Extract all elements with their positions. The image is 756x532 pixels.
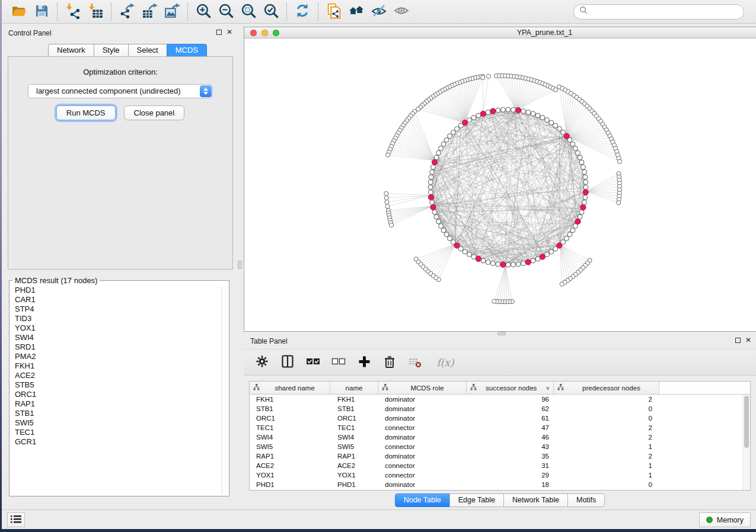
network-node[interactable]	[476, 113, 481, 118]
zoom-fit-button[interactable]	[237, 2, 260, 22]
import-network-button[interactable]	[62, 2, 84, 22]
network-node[interactable]	[553, 123, 558, 128]
network-node[interactable]	[561, 240, 566, 245]
mcds-hub-node[interactable]	[516, 108, 521, 113]
leaf-node[interactable]	[560, 282, 564, 286]
table-row[interactable]: RAP1RAP1dominator352	[250, 451, 750, 461]
mcds-result-item[interactable]: TID3	[15, 314, 229, 323]
network-node[interactable]	[545, 118, 550, 123]
tab-edge-table[interactable]: Edge Table	[449, 493, 504, 507]
mcds-hub-node[interactable]	[525, 259, 531, 265]
network-node[interactable]	[570, 228, 575, 233]
show-hidden-button[interactable]	[390, 2, 413, 22]
network-node[interactable]	[441, 228, 446, 233]
zoom-selected-button[interactable]	[260, 2, 282, 22]
network-node[interactable]	[439, 224, 444, 229]
network-node[interactable]	[545, 252, 550, 257]
table-row[interactable]: STB1STB1dominator620	[250, 404, 750, 414]
network-node[interactable]	[428, 180, 433, 184]
leaf-node[interactable]	[386, 153, 390, 157]
network-node[interactable]	[582, 200, 587, 205]
mcds-result-item[interactable]: STP4	[15, 305, 229, 314]
tab-style[interactable]: Style	[94, 44, 129, 57]
leaf-node[interactable]	[384, 196, 388, 200]
zoom-in-button[interactable]	[192, 2, 215, 22]
leaf-node[interactable]	[385, 204, 390, 209]
show-columns-button[interactable]	[279, 354, 296, 371]
tab-motifs[interactable]: Motifs	[567, 493, 605, 507]
mcds-hub-node[interactable]	[480, 111, 486, 116]
leaf-node[interactable]	[385, 200, 389, 204]
network-node[interactable]	[511, 107, 516, 112]
network-node[interactable]	[439, 146, 444, 151]
float-panel-icon[interactable]	[735, 338, 741, 343]
mcds-list-scrollbar[interactable]	[221, 287, 228, 494]
network-node[interactable]	[467, 252, 472, 257]
mcds-hub-node[interactable]	[490, 108, 496, 114]
export-image-button[interactable]	[161, 2, 183, 22]
mcds-result-item[interactable]: SWI4	[15, 333, 229, 342]
column-header-predecessor-nodes[interactable]: predecessor nodes	[554, 382, 659, 394]
column-header-mcds-role[interactable]: MCDS role	[378, 382, 467, 394]
network-node[interactable]	[526, 110, 531, 115]
network-node[interactable]	[436, 150, 441, 155]
network-node[interactable]	[578, 155, 582, 160]
mcds-hub-node[interactable]	[432, 159, 437, 165]
mcds-result-item[interactable]: ORC1	[15, 390, 229, 399]
network-node[interactable]	[506, 107, 511, 112]
network-node[interactable]	[471, 116, 476, 120]
leaf-node[interactable]	[617, 201, 621, 205]
show-all-networks-button[interactable]	[345, 2, 368, 22]
table-row[interactable]: ORC1ORC1dominator610	[250, 414, 750, 423]
window-zoom-button[interactable]	[273, 30, 279, 36]
open-file-button[interactable]	[8, 2, 30, 22]
mcds-hub-node[interactable]	[429, 195, 434, 200]
network-node[interactable]	[455, 127, 460, 132]
network-node[interactable]	[448, 134, 452, 139]
mcds-result-item[interactable]: YOX1	[15, 323, 229, 333]
network-node[interactable]	[451, 130, 455, 134]
apply-function-button[interactable]: f(x)	[432, 354, 458, 371]
save-session-button[interactable]	[30, 2, 53, 22]
leaf-node[interactable]	[481, 75, 485, 79]
network-node[interactable]	[486, 260, 490, 265]
window-close-button[interactable]	[250, 30, 257, 36]
network-node[interactable]	[458, 123, 463, 128]
network-node[interactable]	[579, 210, 584, 214]
close-panel-icon[interactable]: ✕	[745, 337, 751, 344]
network-node[interactable]	[576, 150, 580, 155]
network-node[interactable]	[573, 146, 578, 151]
tab-network-table[interactable]: Network Table	[503, 493, 568, 507]
search-input[interactable]	[588, 8, 738, 16]
network-node[interactable]	[583, 175, 588, 180]
mcds-result-item[interactable]: CAR1	[15, 295, 229, 305]
network-node[interactable]	[496, 262, 500, 267]
leaf-node[interactable]	[618, 159, 622, 164]
leaf-node[interactable]	[414, 257, 418, 261]
network-node[interactable]	[557, 127, 562, 132]
network-node[interactable]	[583, 185, 588, 190]
network-node[interactable]	[521, 261, 526, 266]
network-node[interactable]	[500, 107, 505, 112]
run-mcds-button[interactable]: Run MCDS	[56, 105, 116, 120]
network-node[interactable]	[444, 232, 449, 237]
add-column-button[interactable]	[356, 354, 372, 371]
network-node[interactable]	[490, 261, 495, 266]
network-node[interactable]	[579, 160, 584, 165]
network-node[interactable]	[430, 169, 435, 174]
float-panel-icon[interactable]	[216, 30, 222, 35]
network-node[interactable]	[462, 249, 467, 254]
table-row[interactable]: PHD1PHD1dominator180	[250, 480, 750, 489]
column-header-successor-nodes[interactable]: successor nodes ∨	[467, 382, 554, 394]
table-scrollbar[interactable]	[742, 395, 750, 490]
mcds-hub-node[interactable]	[583, 190, 588, 195]
refresh-layout-button[interactable]	[291, 2, 314, 22]
table-row[interactable]: ACE2ACE2connector311	[250, 461, 750, 470]
mcds-hub-node[interactable]	[580, 204, 586, 210]
mcds-result-item[interactable]: STB1	[15, 409, 229, 418]
network-node[interactable]	[581, 165, 586, 169]
mcds-result-item[interactable]: ACE2	[15, 371, 229, 380]
mcds-result-item[interactable]: RAP1	[15, 399, 229, 409]
network-node[interactable]	[531, 258, 535, 263]
table-row[interactable]: YOX1YOX1connector291	[250, 470, 750, 480]
